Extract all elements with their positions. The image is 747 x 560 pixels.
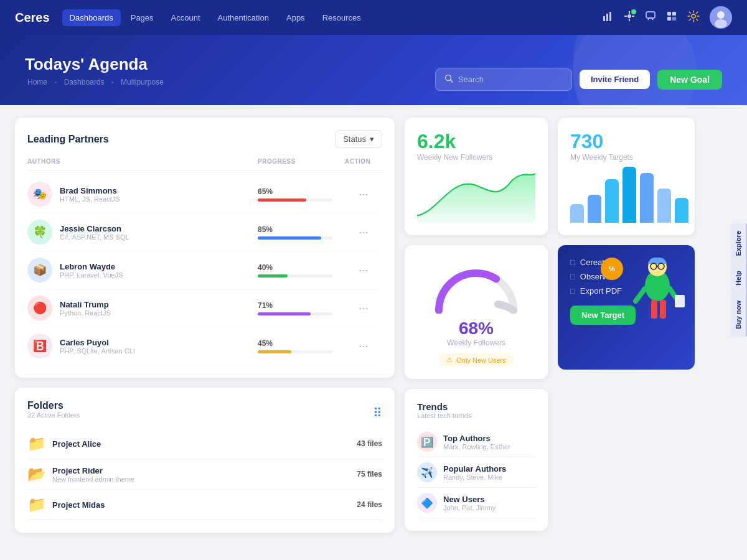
svg-rect-21 (651, 300, 657, 319)
progress-bar-bg (258, 350, 332, 353)
bar (588, 195, 601, 223)
avatar: 🍀 (27, 220, 52, 245)
partner-info: 🔴 Natali TrumpPython, ReactJS (27, 296, 258, 320)
progress-bar-fill (258, 274, 288, 278)
nav-pages[interactable]: Pages (123, 9, 161, 26)
partners-table-header: AUTHORS PROGRESS ACTION (27, 158, 382, 170)
trend-sub: John, Pat, Jimmy (443, 504, 496, 511)
chat-icon[interactable] (645, 11, 656, 25)
invite-friend-button[interactable]: Invite Friend (580, 70, 650, 89)
svg-rect-22 (660, 300, 666, 319)
progress-pct: 85% (258, 225, 345, 234)
folder-name: Project Rider (52, 466, 357, 475)
nav-authentication[interactable]: Authentication (210, 9, 276, 26)
bar-chart-icon[interactable] (603, 11, 614, 25)
svg-rect-8 (646, 12, 655, 18)
status-dropdown[interactable]: Status ▾ (335, 130, 382, 148)
partner-tech: C#, ASP.NET, MS SQL (60, 233, 129, 241)
breadcrumb-dashboards[interactable]: Dashboards (64, 78, 105, 86)
nav-resources[interactable]: Resources (315, 9, 369, 26)
folder-desc: New frontend admin theme (52, 475, 357, 483)
partner-name: Carles Puyol (60, 338, 135, 347)
search-icon (444, 74, 453, 85)
new-goal-button[interactable]: New Goal (657, 70, 722, 90)
svg-rect-11 (667, 17, 671, 21)
bar (570, 204, 584, 223)
svg-rect-2 (609, 12, 611, 21)
right-column: 730 My Weekly Targets Cereate Observe (558, 118, 695, 533)
side-tab-help[interactable]: Help (731, 263, 747, 293)
partner-info: 🅱️ Carles PuyolPHP, SQLite, Artisan CLI (27, 334, 258, 358)
trend-sub: Randy, Steve, Mike (443, 474, 506, 481)
chevron-down-icon: ▾ (370, 134, 374, 144)
folder-icon: 📁 (27, 496, 46, 513)
avatar: 🅱️ (27, 334, 52, 358)
partner-info: 📦 Lebron WaydePHP, Laravel, VueJS (27, 258, 258, 282)
action-dots[interactable]: ··· (345, 264, 382, 277)
sparkle-icon[interactable] (624, 11, 635, 25)
nav-links: Dashboards Pages Account Authentication … (62, 9, 603, 26)
notification-dot (631, 9, 636, 14)
svg-line-18 (450, 80, 453, 82)
gauge-note: ⚠ Only New Users (439, 353, 513, 366)
trend-name: New Users (443, 495, 496, 504)
svg-point-13 (692, 14, 695, 18)
progress-bar-bg (258, 274, 332, 278)
settings-icon[interactable] (687, 10, 700, 26)
search-input[interactable] (458, 75, 563, 84)
breadcrumb-home[interactable]: Home (27, 78, 47, 86)
warning-icon: ⚠ (446, 356, 453, 364)
search-box[interactable] (435, 68, 572, 91)
grid-icon[interactable] (666, 11, 677, 25)
table-row: 📦 Lebron WaydePHP, Laravel, VueJS 40% ··… (27, 251, 382, 289)
partner-name: Natali Trump (60, 300, 111, 309)
bar (622, 167, 636, 223)
progress-bar-fill (258, 198, 306, 202)
progress-col: 65% (258, 187, 345, 202)
trend-name: Popular Authors (443, 464, 506, 474)
bar-item (570, 204, 584, 223)
hero-actions: Invite Friend New Goal (435, 68, 722, 91)
table-row: 🎭 Brad SimmonsHTML, JS, ReactJS 65% ··· (27, 175, 382, 213)
svg-point-16 (715, 19, 727, 28)
folders-card: Folders 32 Active Folders ⠿ 📁 Project Al… (15, 388, 395, 533)
nav-account[interactable]: Account (164, 9, 208, 26)
progress-bar-bg (258, 236, 332, 240)
folder-name: Project Alice (52, 439, 357, 449)
leading-partners-card: Leading Partners Status ▾ AUTHORS PROGRE… (15, 118, 395, 378)
gauge-note-text: Only New Users (456, 357, 505, 364)
gauge-wrap (417, 258, 535, 314)
svg-rect-1 (606, 14, 608, 21)
status-label: Status (343, 134, 366, 144)
nav-dashboards[interactable]: Dashboards (62, 9, 121, 26)
action-dots[interactable]: ··· (345, 302, 382, 315)
list-item: 📁 Project Midas 24 files (27, 490, 382, 520)
left-column: Leading Partners Status ▾ AUTHORS PROGRE… (15, 118, 395, 533)
nav-apps[interactable]: Apps (279, 9, 312, 26)
folder-icon: 📂 (27, 465, 46, 483)
col-progress: PROGRESS (258, 158, 345, 165)
progress-bar-fill (258, 312, 311, 315)
folders-more-icon[interactable]: ⠿ (373, 406, 382, 421)
svg-rect-0 (603, 16, 605, 21)
middle-column: 6.2k Weekly New Followers (405, 118, 548, 533)
action-dots[interactable]: ··· (345, 226, 382, 239)
nav-icons (603, 6, 732, 29)
progress-col: 45% (258, 339, 345, 353)
trend-icon: 🅿️ (417, 432, 437, 452)
side-tab-buy-now[interactable]: Buy now (731, 293, 747, 337)
side-tab-explore[interactable]: Explore (731, 223, 747, 263)
targets-label: My Weekly Targets (570, 153, 682, 162)
progress-col: 40% (258, 263, 345, 278)
folders-subtitle: 32 Active Folders (27, 411, 80, 419)
partner-name: Brad Simmons (60, 186, 120, 195)
user-avatar[interactable] (710, 6, 732, 29)
list-item: 🅿️ Top AuthorsMark, Rowling, Esther (417, 427, 535, 457)
action-dots[interactable]: ··· (345, 188, 382, 201)
action-dots[interactable]: ··· (345, 340, 382, 353)
table-row: 🍀 Jessie ClarcsonC#, ASP.NET, MS SQL 85%… (27, 213, 382, 251)
targets-count: 730 (570, 130, 682, 153)
bar-item (588, 195, 601, 223)
bar-item (675, 198, 688, 223)
svg-rect-12 (672, 17, 676, 21)
